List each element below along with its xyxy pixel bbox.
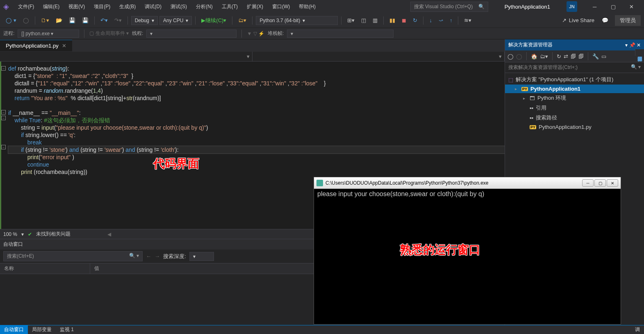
toolbar-misc-icon[interactable]: ≋▾ <box>462 16 474 25</box>
tree-search-paths[interactable]: ▪▪ 搜索路径 <box>505 113 644 123</box>
zoom-level[interactable]: 100 % <box>3 231 17 237</box>
menu-project[interactable]: 项目(P) <box>90 2 114 12</box>
sln-refresh-icon[interactable]: ↻ <box>557 53 561 59</box>
solution-explorer-title: 解决方案资源管理器 <box>508 41 553 48</box>
continue-button[interactable]: ▶ 继续(C) ▾ <box>199 15 229 26</box>
nav-back-button[interactable]: ◯ ▾ <box>3 16 19 25</box>
close-button[interactable]: ✕ <box>622 0 641 13</box>
editor-nav-bar: ▾ ▾ <box>0 52 505 62</box>
autos-search-input[interactable]: 搜索(Ctrl+E) 🔍 ▾ <box>3 251 143 261</box>
menu-test[interactable]: 测试(S) <box>166 2 191 12</box>
feedback-icon[interactable]: 💬 <box>602 17 608 23</box>
live-share-button[interactable]: ↗ Live Share 💬 <box>562 17 608 23</box>
nav-dropdown-2[interactable]: ▾ <box>253 52 505 61</box>
maximize-button[interactable]: ▢ <box>604 0 622 13</box>
config-dropdown[interactable]: Debug▾ <box>131 16 158 25</box>
nav-dropdown-1[interactable]: ▾ <box>0 52 253 61</box>
toolbar-icon-1[interactable]: ⊞▾ <box>345 16 357 25</box>
fold-icon[interactable]: − <box>1 145 6 149</box>
process-label: 进程: <box>3 30 14 37</box>
sln-home-icon[interactable]: 🏠 <box>531 53 537 59</box>
menu-tools[interactable]: 工具(T) <box>218 2 242 12</box>
tab-close-icon[interactable]: ✕ <box>62 43 66 49</box>
console-title-text: C:\Users\DUODUO\AppData\Local\Programs\P… <box>325 180 489 186</box>
open-button[interactable]: 📂 <box>53 16 65 25</box>
filter-icon[interactable]: ▼ ▽ ⚡ <box>247 31 264 37</box>
scrollbar-left-icon[interactable]: ◀ <box>107 231 111 237</box>
attach-button[interactable]: 🗂▾ <box>236 16 249 25</box>
restart-button[interactable]: ↻ <box>410 16 420 25</box>
file-tab[interactable]: PythonApplication1.py ✕ <box>0 40 72 51</box>
sln-properties-icon[interactable]: 🔧 <box>592 53 599 59</box>
sln-back-icon[interactable]: ◯ <box>507 53 514 59</box>
step-over-button[interactable]: ⤻ <box>436 16 446 25</box>
fold-icon[interactable]: − <box>1 110 6 114</box>
search-visual-studio-input[interactable]: 搜索 Visual Studio (Ctrl+Q) 🔍 <box>410 2 488 12</box>
bottom-right-tab[interactable]: 调 <box>631 325 644 334</box>
save-all-button[interactable]: 💾 <box>80 16 91 25</box>
redo-button[interactable]: ↷▾ <box>112 16 124 25</box>
step-out-button[interactable]: ↑ <box>447 16 455 25</box>
panel-close-icon[interactable]: ✕ <box>637 42 641 48</box>
toolbar-icon-3[interactable]: ▥ <box>370 16 380 25</box>
interpreter-dropdown[interactable]: Python 3.7 (64-bit)▾ <box>256 16 338 25</box>
sln-forward-icon[interactable]: ◯ <box>516 53 522 59</box>
search-prev-icon[interactable]: ← <box>146 253 151 259</box>
new-project-button[interactable]: 🗋▾ <box>39 16 52 25</box>
console-close-button[interactable]: ✕ <box>607 179 618 187</box>
sln-collapse-icon[interactable]: 🗐 <box>578 53 584 59</box>
stop-button[interactable]: ◼ <box>399 16 409 25</box>
bottom-tab-autos[interactable]: 自动窗口 <box>0 325 28 334</box>
menu-help[interactable]: 帮助(H) <box>295 2 320 12</box>
sln-sync-icon[interactable]: ⇄ <box>564 53 568 59</box>
menu-edit[interactable]: 编辑(E) <box>39 2 64 12</box>
depth-dropdown[interactable]: ▾ <box>189 252 214 261</box>
platform-dropdown[interactable]: Any CPU▾ <box>159 16 192 25</box>
menu-extensions[interactable]: 扩展(X) <box>243 2 267 12</box>
user-avatar[interactable]: JN <box>567 1 577 12</box>
process-dropdown[interactable]: [] python.exe ▾ <box>18 30 79 38</box>
bottom-tab-watch[interactable]: 监视 1 <box>56 325 78 334</box>
panel-pin-icon[interactable]: 📌 <box>629 42 635 48</box>
sln-view-icon[interactable]: 🗂▾ <box>540 53 548 59</box>
fold-icon[interactable]: − <box>1 116 6 120</box>
console-output[interactable]: please input your choose(stone,swear or … <box>314 189 621 324</box>
sln-preview-icon[interactable]: ▭ <box>601 53 606 59</box>
tree-solution-root[interactable]: ⬚ 解决方案 "PythonApplication1" (1 个项目) <box>505 75 644 85</box>
sln-show-all-icon[interactable]: 🗐 <box>571 53 576 59</box>
bottom-tab-locals[interactable]: 局部变量 <box>28 325 56 334</box>
stack-dropdown[interactable]: ▾ <box>287 30 394 38</box>
depth-label: 搜索深度: <box>163 253 186 260</box>
paths-icon: ▪▪ <box>530 115 533 121</box>
solution-toolbar: ◯ ◯ 🏠 🗂▾ ↻ ⇄ 🗐 🗐 🔧 ▭ <box>505 50 644 62</box>
menu-window[interactable]: 窗口(W) <box>268 2 294 12</box>
thread-dropdown[interactable]: ▾ <box>146 30 237 38</box>
solution-search-input[interactable]: 搜索解决方案资源管理器(Ctrl+;) 🔍 ▾ <box>505 62 644 73</box>
panel-dropdown-icon[interactable]: ▾ <box>625 42 628 48</box>
menu-analyze[interactable]: 分析(N) <box>192 2 217 12</box>
search-next-icon[interactable]: → <box>155 253 160 259</box>
tree-project[interactable]: ▸ PY PythonApplication1 <box>505 85 644 93</box>
save-button[interactable]: 💾 <box>66 16 78 25</box>
nav-forward-button[interactable]: ◯ <box>20 16 32 25</box>
tree-file[interactable]: PY PythonApplication1.py <box>505 123 644 131</box>
step-into-button[interactable]: ↓ <box>427 16 435 25</box>
server-explorer-tab[interactable]: 服务器资源管理器 <box>635 49 644 56</box>
menu-file[interactable]: 文件(F) <box>14 2 38 12</box>
tree-references[interactable]: ▪▪ 引用 <box>505 103 644 113</box>
minimize-button[interactable]: ─ <box>585 0 604 13</box>
menu-build[interactable]: 生成(B) <box>115 2 140 12</box>
pause-button[interactable]: ▮▮ <box>387 16 398 25</box>
toolbar-icon-2[interactable]: ◫ <box>359 16 369 25</box>
tree-python-env[interactable]: ▸ 🗔 Python 环境 <box>505 93 644 103</box>
menu-view[interactable]: 视图(V) <box>64 2 89 12</box>
fold-icon[interactable]: − <box>1 66 6 71</box>
expand-icon[interactable]: ▸ <box>523 96 527 101</box>
menu-debug[interactable]: 调试(D) <box>141 2 166 12</box>
expand-icon[interactable]: ▸ <box>515 87 519 91</box>
undo-button[interactable]: ↶▾ <box>98 16 110 25</box>
console-maximize-button[interactable]: ▢ <box>594 179 606 187</box>
col-name[interactable]: 名称 <box>0 263 90 274</box>
console-minimize-button[interactable]: ─ <box>582 179 594 187</box>
console-title-bar[interactable]: C:\Users\DUODUO\AppData\Local\Programs\P… <box>314 177 621 189</box>
